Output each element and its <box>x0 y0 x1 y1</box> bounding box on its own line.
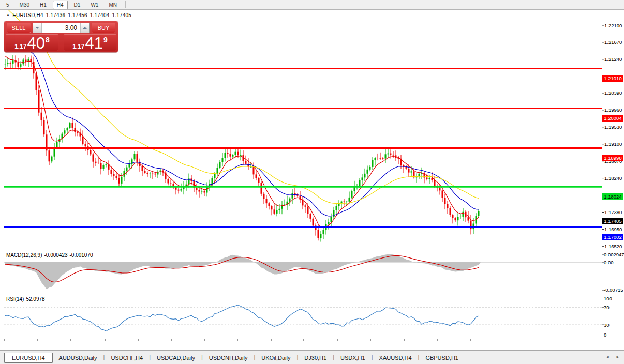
price-axis-tick: 1.21240 <box>604 56 622 62</box>
tab-usdchf-h4[interactable]: USDCHF,H4 <box>105 353 149 362</box>
tab-gbpusd-h1[interactable]: GBPUSD,H1 <box>419 353 465 362</box>
price-axis-tick: 1.19530 <box>604 124 622 130</box>
chart-canvas[interactable] <box>0 10 624 350</box>
tab-scroll-left-icon[interactable]: ◄ <box>605 355 610 359</box>
timeframe-toolbar: 5M30H1H4D1W1MN <box>0 0 624 10</box>
tab-scroll-right-icon[interactable]: ► <box>616 355 620 359</box>
macd-label: MACD(12,26,9)-0.000423-0.001070 <box>6 252 95 258</box>
macd-axis-tick: 0.00 <box>604 260 614 265</box>
sell-price-big: 40 <box>27 36 45 51</box>
tab-usdcad-daily[interactable]: USDCAD,Daily <box>151 353 201 362</box>
price-axis-tick: 1.20390 <box>604 90 622 96</box>
timeframe-button-m30[interactable]: M30 <box>16 1 34 9</box>
triangle-up-icon <box>83 27 87 29</box>
tab-ukoil-daily[interactable]: UKOil,Daily <box>255 353 296 362</box>
macd-axis-tick: -0.00715 <box>604 287 623 293</box>
tab-eurusd-h4[interactable]: EURUSD,H4 <box>4 353 53 363</box>
one-click-trading-panel: SELL BUY 1.17408 1.17419 <box>4 21 118 52</box>
price-axis-tick: 1.16950 <box>604 226 622 232</box>
price-axis-tick: 1.16520 <box>604 244 622 249</box>
price-axis-tick: 1.18240 <box>604 175 622 181</box>
tab-xauusd-h4[interactable]: XAUUSD,H4 <box>373 353 418 362</box>
buy-price-sup: 9 <box>103 36 108 44</box>
macd-axis-tick: 0.002947 <box>604 252 624 257</box>
chart-tab-bar: EURUSD,H4AUDUSD,Daily|USDCHF,H4|USDCAD,D… <box>0 350 624 364</box>
sell-button[interactable]: SELL <box>7 23 31 33</box>
tab-usdcnh-daily[interactable]: USDCNH,Daily <box>203 353 254 362</box>
level-price-badge: 1.18024 <box>602 193 623 200</box>
toolbar-separator <box>125 1 126 8</box>
chart-collapse-icon[interactable]: ▲ <box>6 13 10 17</box>
rsi-axis-tick: 100 <box>604 296 612 301</box>
buy-price-prefix: 1.17 <box>72 42 84 51</box>
ohlc-close: 1.17405 <box>112 12 131 18</box>
price-axis-tick: 1.17380 <box>604 209 622 215</box>
sell-price-display[interactable]: 1.17408 <box>6 34 58 51</box>
buy-button[interactable]: BUY <box>92 23 115 33</box>
rsi-axis-tick: 70 <box>604 305 610 310</box>
buy-price-big: 41 <box>85 36 103 51</box>
tab-audusd-daily[interactable]: AUDUSD,Daily <box>53 353 103 362</box>
tab-usdx-h1[interactable]: USDX,H1 <box>334 353 372 362</box>
price-axis-tick: 1.19100 <box>604 141 622 147</box>
sell-price-prefix: 1.17 <box>14 42 26 51</box>
tab-dj30-h1[interactable]: DJ30,H1 <box>298 353 333 362</box>
volume-input[interactable] <box>42 23 80 33</box>
chart-window: ▲ EURUSD,H4 1.17436 1.17456 1.17404 1.17… <box>0 10 624 350</box>
current-price-badge: 1.17405 <box>602 218 623 224</box>
rsi-axis-tick: 30 <box>604 322 610 328</box>
timeframe-button-mn[interactable]: MN <box>105 1 121 9</box>
rsi-axis-tick: 0 <box>604 332 606 338</box>
ohlc-open: 1.17436 <box>46 12 66 18</box>
timeframe-button-5[interactable]: 5 <box>2 1 13 9</box>
ohlc-low: 1.17404 <box>90 12 110 18</box>
price-axis-tick: 1.21670 <box>604 39 622 45</box>
buy-price-display[interactable]: 1.17419 <box>64 34 116 51</box>
volume-decrease-button[interactable] <box>33 23 42 33</box>
timeframe-button-w1[interactable]: W1 <box>86 1 102 9</box>
rsi-label: RSI(14)52.0978 <box>6 296 47 302</box>
tab-scroll-arrows: ◄ ► <box>605 355 620 359</box>
timeframe-button-d1[interactable]: D1 <box>70 1 85 9</box>
timeframe-button-h4[interactable]: H4 <box>53 1 68 9</box>
timeframe-button-h1[interactable]: H1 <box>36 1 51 9</box>
triangle-down-icon <box>35 27 39 29</box>
level-price-badge: 1.18998 <box>602 155 623 161</box>
level-price-badge: 1.21010 <box>602 75 623 82</box>
chart-symbol-timeframe: EURUSD,H4 <box>12 12 43 18</box>
level-price-badge: 1.17002 <box>602 234 623 240</box>
ohlc-high: 1.17456 <box>68 12 87 18</box>
chart-title: ▲ EURUSD,H4 1.17436 1.17456 1.17404 1.17… <box>6 12 131 18</box>
price-axis-tick: 1.19960 <box>604 107 622 113</box>
price-axis-tick: 1.22100 <box>604 23 622 28</box>
volume-increase-button[interactable] <box>80 23 89 33</box>
level-price-badge: 1.20004 <box>602 115 623 122</box>
volume-control <box>33 23 90 33</box>
sell-price-sup: 8 <box>46 36 50 44</box>
